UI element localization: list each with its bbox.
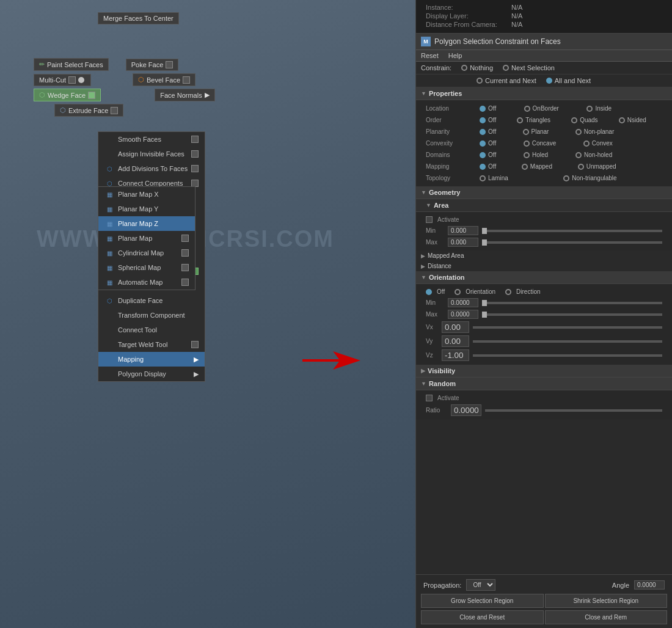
submenu-automatic[interactable]: ▦ Automatic Map [98,275,195,290]
close-rem-button[interactable]: Close and Rem [545,610,668,624]
automatic-checkbox[interactable] [181,279,189,286]
menu-target-weld[interactable]: Target Weld Tool [98,337,205,352]
area-min-track[interactable] [482,230,662,232]
weld-checkbox[interactable] [191,341,199,348]
menu-duplicate-face[interactable]: ⬡ Duplicate Face [98,293,205,308]
current-next-radio[interactable] [477,78,483,84]
multi-cut-checkbox[interactable] [68,76,76,84]
orient-orient-radio[interactable] [455,289,461,295]
vy-input[interactable] [442,335,469,347]
face-normals-button[interactable]: Face Normals ▶ [155,89,214,101]
smooth-checkbox[interactable] [191,136,199,143]
conv-off-radio[interactable] [480,141,486,147]
submenu-planar-x[interactable]: ▦ Planar Map X [98,187,195,202]
assign-checkbox[interactable] [191,150,199,158]
wedge-checkbox[interactable] [88,92,95,99]
vx-input[interactable] [442,321,469,333]
orientation-section-header[interactable]: ▼ Orientation [416,271,672,284]
area-min-input[interactable] [448,226,478,235]
menu-assign-invisible[interactable]: Assign Invisible Faces [98,147,205,161]
wedge-face-button[interactable]: ⬡ Wedge Face [34,89,101,101]
add-div-checkbox[interactable] [191,165,199,172]
map-unmapped-radio[interactable] [578,164,584,170]
menu-add-divisions[interactable]: ⬡ Add Divisions To Faces [98,161,205,176]
map-mapped-radio[interactable] [522,164,528,170]
menu-transform-component[interactable]: Transform Component [98,308,205,323]
extrude-checkbox[interactable] [111,107,118,114]
conv-concave-radio[interactable] [524,141,530,147]
submenu-spherical[interactable]: ▦ Spherical Map [98,260,195,275]
orient-off-radio[interactable] [426,289,432,295]
menu-smooth-faces[interactable]: Smooth Faces [98,132,205,147]
help-menu-item[interactable]: Help [448,52,462,59]
loc-inside-radio[interactable] [586,106,593,112]
submenu-planar-map[interactable]: ▦ Planar Map [98,231,195,246]
area-subsection-header[interactable]: ▼ Area [416,199,672,212]
distance-section[interactable]: ▶ Distance [416,261,672,271]
dom-nonholed-radio[interactable] [575,152,582,158]
loc-off-radio[interactable] [480,106,486,112]
visibility-section-header[interactable]: ▶ Visibility [416,365,672,378]
ord-tri-radio[interactable] [517,117,523,123]
next-selection-radio[interactable] [503,65,509,71]
reset-menu-item[interactable]: Reset [421,52,439,59]
ratio-slider[interactable] [485,409,662,412]
ratio-input[interactable] [451,404,481,416]
close-reset-button[interactable]: Close and Reset [421,610,544,624]
properties-section-header[interactable]: ▼ Properties [416,87,672,100]
propagation-dropdown[interactable]: Off [466,579,495,591]
vy-slider[interactable] [473,340,662,343]
menu-connect-tool[interactable]: Connect Tool [98,323,205,337]
conv-convex-radio[interactable] [583,141,590,147]
ord-nsided-radio[interactable] [619,117,625,123]
ord-off-radio[interactable] [480,117,486,123]
submenu-cylindrical[interactable]: ▦ Cylindrical Map [98,246,195,260]
paint-select-faces-button[interactable]: ✏ Paint Select Faces [34,58,109,71]
vz-input[interactable] [442,349,469,361]
area-max-track[interactable] [482,241,662,244]
plan-planar-radio[interactable] [523,129,529,135]
vz-slider[interactable] [473,354,662,357]
orient-max-track[interactable] [482,313,662,316]
nothing-radio[interactable] [461,65,467,71]
menu-polygon-display[interactable]: Polygon Display ▶ [98,367,205,381]
orient-dir-radio[interactable] [505,289,511,295]
grow-selection-button[interactable]: Grow Selection Region [421,594,544,608]
topo-nontriang-radio[interactable] [563,175,569,181]
multi-cut-button[interactable]: Multi-Cut [34,74,91,86]
orient-max-input[interactable] [448,310,478,319]
dom-off-radio[interactable] [480,152,486,158]
angle-input[interactable] [634,580,665,590]
bevel-face-button[interactable]: ⬡ Bevel Face [133,73,195,86]
orient-min-track[interactable] [482,302,662,304]
poke-face-checkbox[interactable] [166,61,173,68]
area-max-input[interactable] [448,238,478,247]
properties-content[interactable]: ▼ Properties Location Off OnBorder Insid… [416,87,672,574]
shrink-selection-button[interactable]: Shrink Selection Region [545,594,668,608]
ord-quad-radio[interactable] [571,117,577,123]
topo-lamina-radio[interactable] [480,175,486,181]
all-next-radio[interactable] [546,78,552,84]
planar-map-checkbox[interactable] [181,235,189,242]
menu-mapping[interactable]: Mapping ▶ [98,352,205,367]
merge-faces-button[interactable]: Merge Faces To Center [98,12,179,24]
dom-holed-radio[interactable] [524,152,530,158]
poke-face-button[interactable]: Poke Face [126,59,179,71]
cylindrical-checkbox[interactable] [181,249,189,257]
area-activate-checkbox[interactable] [426,216,433,223]
spherical-checkbox[interactable] [181,264,189,271]
extrude-face-button[interactable]: ⬡ Extrude Face [54,104,123,117]
mapped-area-section[interactable]: ▶ Mapped Area [416,250,672,261]
plan-nonplanar-radio[interactable] [575,129,582,135]
submenu-planar-y[interactable]: ▦ Planar Map Y [98,202,195,216]
plan-off-radio[interactable] [480,129,486,135]
random-section-header[interactable]: ▼ Random [416,378,672,390]
submenu-planar-z[interactable]: ▦ Planar Map Z [98,216,195,231]
loc-onborder-radio[interactable] [524,106,530,112]
orient-min-input[interactable] [448,298,478,307]
geometry-section-header[interactable]: ▼ Geometry [416,186,672,199]
random-activate-checkbox[interactable] [426,395,433,401]
bevel-face-checkbox[interactable] [183,76,190,84]
map-off-radio[interactable] [480,164,486,170]
vx-slider[interactable] [473,326,662,329]
